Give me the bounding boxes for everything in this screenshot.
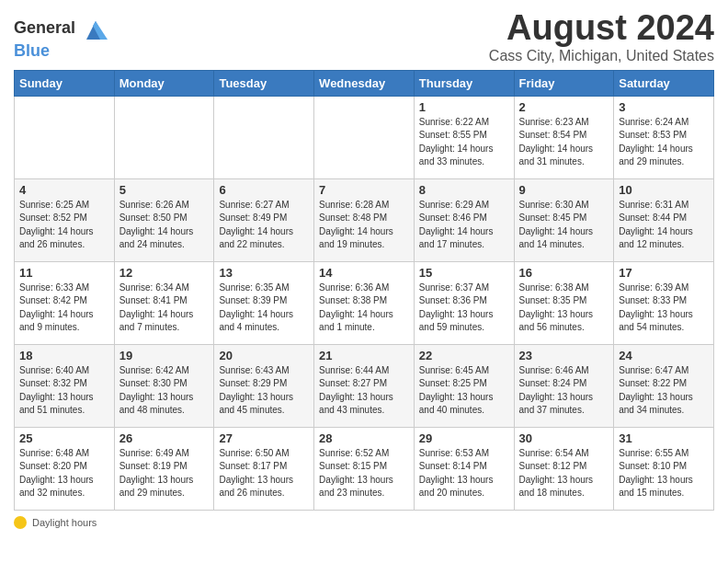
calendar-cell: 25Sunrise: 6:48 AM Sunset: 8:20 PM Dayli… — [15, 427, 115, 510]
calendar-cell: 31Sunrise: 6:55 AM Sunset: 8:10 PM Dayli… — [614, 427, 714, 510]
day-info: Sunrise: 6:39 AM Sunset: 8:33 PM Dayligh… — [619, 282, 709, 335]
day-number: 3 — [619, 100, 709, 114]
calendar-cell: 26Sunrise: 6:49 AM Sunset: 8:19 PM Dayli… — [114, 427, 214, 510]
day-number: 21 — [319, 349, 409, 362]
day-number: 6 — [219, 183, 309, 197]
day-number: 12 — [119, 266, 210, 280]
day-info: Sunrise: 6:38 AM Sunset: 8:35 PM Dayligh… — [519, 282, 609, 335]
day-info: Sunrise: 6:31 AM Sunset: 8:44 PM Dayligh… — [619, 199, 709, 252]
day-number: 2 — [519, 100, 609, 114]
day-number: 11 — [19, 266, 109, 280]
calendar-cell: 10Sunrise: 6:31 AM Sunset: 8:44 PM Dayli… — [614, 178, 714, 261]
calendar-cell: 7Sunrise: 6:28 AM Sunset: 8:48 PM Daylig… — [314, 178, 415, 261]
day-info: Sunrise: 6:49 AM Sunset: 8:19 PM Dayligh… — [119, 447, 210, 500]
day-number: 1 — [419, 100, 509, 114]
sun-icon — [14, 516, 27, 529]
day-number: 23 — [519, 349, 609, 362]
calendar-cell: 28Sunrise: 6:52 AM Sunset: 8:15 PM Dayli… — [314, 427, 415, 510]
day-info: Sunrise: 6:46 AM Sunset: 8:24 PM Dayligh… — [519, 364, 609, 418]
calendar-cell — [214, 96, 314, 178]
day-info: Sunrise: 6:24 AM Sunset: 8:53 PM Dayligh… — [619, 116, 709, 169]
calendar-cell: 23Sunrise: 6:46 AM Sunset: 8:24 PM Dayli… — [514, 344, 614, 427]
day-number: 19 — [119, 349, 210, 362]
main-title: August 2024 — [489, 9, 714, 48]
day-number: 22 — [419, 349, 509, 362]
calendar-week-3: 11Sunrise: 6:33 AM Sunset: 8:42 PM Dayli… — [15, 261, 714, 344]
weekday-header-monday: Monday — [114, 70, 214, 96]
day-number: 17 — [619, 266, 709, 280]
day-info: Sunrise: 6:29 AM Sunset: 8:46 PM Dayligh… — [419, 199, 509, 252]
day-info: Sunrise: 6:54 AM Sunset: 8:12 PM Dayligh… — [519, 447, 609, 500]
day-info: Sunrise: 6:35 AM Sunset: 8:39 PM Dayligh… — [219, 282, 309, 335]
footer-note: Daylight hours — [14, 516, 714, 529]
weekday-header-friday: Friday — [514, 70, 614, 96]
calendar-cell: 13Sunrise: 6:35 AM Sunset: 8:39 PM Dayli… — [214, 261, 314, 344]
day-info: Sunrise: 6:42 AM Sunset: 8:30 PM Dayligh… — [119, 364, 210, 418]
day-info: Sunrise: 6:30 AM Sunset: 8:45 PM Dayligh… — [519, 199, 609, 252]
calendar-cell: 6Sunrise: 6:27 AM Sunset: 8:49 PM Daylig… — [214, 178, 314, 261]
calendar-week-4: 18Sunrise: 6:40 AM Sunset: 8:32 PM Dayli… — [15, 344, 714, 427]
calendar-cell — [15, 96, 115, 178]
day-info: Sunrise: 6:47 AM Sunset: 8:22 PM Dayligh… — [619, 364, 709, 418]
logo-triangle-icon — [82, 17, 109, 42]
header: General Blue August 2024 Cass City, Mich… — [14, 9, 714, 64]
calendar-cell: 11Sunrise: 6:33 AM Sunset: 8:42 PM Dayli… — [15, 261, 115, 344]
day-info: Sunrise: 6:36 AM Sunset: 8:38 PM Dayligh… — [319, 282, 409, 335]
day-number: 9 — [519, 183, 609, 197]
day-info: Sunrise: 6:33 AM Sunset: 8:42 PM Dayligh… — [19, 282, 109, 335]
day-info: Sunrise: 6:40 AM Sunset: 8:32 PM Dayligh… — [19, 364, 109, 418]
calendar-cell: 5Sunrise: 6:26 AM Sunset: 8:50 PM Daylig… — [114, 178, 214, 261]
calendar-week-2: 4Sunrise: 6:25 AM Sunset: 8:52 PM Daylig… — [15, 178, 714, 261]
day-number: 27 — [219, 431, 309, 445]
calendar-cell: 2Sunrise: 6:23 AM Sunset: 8:54 PM Daylig… — [514, 96, 614, 178]
calendar-cell — [114, 96, 214, 178]
weekday-header-sunday: Sunday — [15, 70, 115, 96]
day-number: 20 — [219, 349, 309, 362]
day-info: Sunrise: 6:52 AM Sunset: 8:15 PM Dayligh… — [319, 447, 409, 500]
day-number: 31 — [619, 431, 709, 445]
day-number: 28 — [319, 431, 409, 445]
calendar-cell: 22Sunrise: 6:45 AM Sunset: 8:25 PM Dayli… — [414, 344, 514, 427]
day-number: 5 — [119, 183, 210, 197]
subtitle: Cass City, Michigan, United States — [489, 48, 714, 64]
calendar-cell: 29Sunrise: 6:53 AM Sunset: 8:14 PM Dayli… — [414, 427, 514, 510]
weekday-header-row: SundayMondayTuesdayWednesdayThursdayFrid… — [15, 70, 714, 96]
day-info: Sunrise: 6:25 AM Sunset: 8:52 PM Dayligh… — [19, 199, 109, 252]
day-info: Sunrise: 6:37 AM Sunset: 8:36 PM Dayligh… — [419, 282, 509, 335]
day-number: 29 — [419, 431, 509, 445]
calendar-cell: 9Sunrise: 6:30 AM Sunset: 8:45 PM Daylig… — [514, 178, 614, 261]
day-info: Sunrise: 6:27 AM Sunset: 8:49 PM Dayligh… — [219, 199, 309, 252]
day-info: Sunrise: 6:55 AM Sunset: 8:10 PM Dayligh… — [619, 447, 709, 500]
day-number: 10 — [619, 183, 709, 197]
day-number: 26 — [119, 431, 210, 445]
calendar-cell: 17Sunrise: 6:39 AM Sunset: 8:33 PM Dayli… — [614, 261, 714, 344]
calendar-cell: 19Sunrise: 6:42 AM Sunset: 8:30 PM Dayli… — [114, 344, 214, 427]
calendar-cell: 12Sunrise: 6:34 AM Sunset: 8:41 PM Dayli… — [114, 261, 214, 344]
day-info: Sunrise: 6:50 AM Sunset: 8:17 PM Dayligh… — [219, 447, 309, 500]
day-info: Sunrise: 6:28 AM Sunset: 8:48 PM Dayligh… — [319, 199, 409, 252]
footer-label: Daylight hours — [32, 517, 97, 528]
day-number: 13 — [219, 266, 309, 280]
calendar-week-5: 25Sunrise: 6:48 AM Sunset: 8:20 PM Dayli… — [15, 427, 714, 510]
day-number: 8 — [419, 183, 509, 197]
calendar-cell: 30Sunrise: 6:54 AM Sunset: 8:12 PM Dayli… — [514, 427, 614, 510]
day-number: 15 — [419, 266, 509, 280]
calendar-cell: 1Sunrise: 6:22 AM Sunset: 8:55 PM Daylig… — [414, 96, 514, 178]
calendar-cell: 8Sunrise: 6:29 AM Sunset: 8:46 PM Daylig… — [414, 178, 514, 261]
calendar-cell: 15Sunrise: 6:37 AM Sunset: 8:36 PM Dayli… — [414, 261, 514, 344]
day-info: Sunrise: 6:23 AM Sunset: 8:54 PM Dayligh… — [519, 116, 609, 169]
day-info: Sunrise: 6:43 AM Sunset: 8:29 PM Dayligh… — [219, 364, 309, 418]
day-number: 14 — [319, 266, 409, 280]
calendar-table: SundayMondayTuesdayWednesdayThursdayFrid… — [14, 70, 714, 511]
day-number: 18 — [19, 349, 109, 362]
weekday-header-saturday: Saturday — [614, 70, 714, 96]
day-number: 16 — [519, 266, 609, 280]
day-info: Sunrise: 6:44 AM Sunset: 8:27 PM Dayligh… — [319, 364, 409, 418]
day-info: Sunrise: 6:26 AM Sunset: 8:50 PM Dayligh… — [119, 199, 210, 252]
logo-general: General — [14, 17, 109, 42]
day-info: Sunrise: 6:45 AM Sunset: 8:25 PM Dayligh… — [419, 364, 509, 418]
calendar-cell: 27Sunrise: 6:50 AM Sunset: 8:17 PM Dayli… — [214, 427, 314, 510]
weekday-header-thursday: Thursday — [414, 70, 514, 96]
day-info: Sunrise: 6:48 AM Sunset: 8:20 PM Dayligh… — [19, 447, 109, 500]
calendar-cell: 14Sunrise: 6:36 AM Sunset: 8:38 PM Dayli… — [314, 261, 415, 344]
